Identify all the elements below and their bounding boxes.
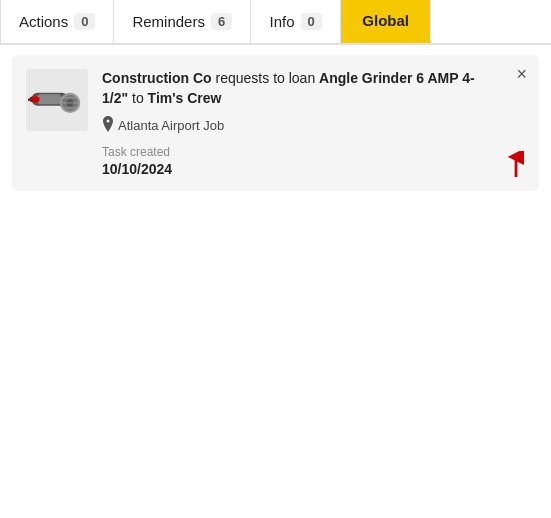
notification-card: Construction Co requests to loan Angle G… (12, 55, 539, 191)
tabs-bar: Actions 0 Reminders 6 Info 0 Global (0, 0, 551, 45)
card-body: Construction Co requests to loan Angle G… (102, 69, 499, 177)
tab-info-label: Info (270, 13, 295, 30)
title-crew: Tim's Crew (148, 90, 222, 106)
svg-rect-1 (37, 94, 62, 104)
tab-info[interactable]: Info 0 (251, 0, 341, 43)
tab-actions-label: Actions (19, 13, 68, 30)
tab-reminders[interactable]: Reminders 6 (114, 0, 251, 43)
tab-reminders-label: Reminders (132, 13, 205, 30)
arrow-up-button[interactable] (505, 151, 527, 181)
task-created-date: 10/10/2024 (102, 161, 499, 177)
title-to: to (128, 90, 147, 106)
tab-actions-badge: 0 (74, 13, 95, 30)
tab-info-badge: 0 (301, 13, 322, 30)
task-created-label: Task created (102, 145, 499, 159)
tool-svg (28, 76, 86, 124)
content-area: Construction Co requests to loan Angle G… (0, 45, 551, 201)
pin-icon (102, 116, 114, 135)
tab-global[interactable]: Global (341, 0, 431, 43)
close-button[interactable]: × (516, 65, 527, 83)
tab-reminders-badge: 6 (211, 13, 232, 30)
location-row: Atlanta Airport Job (102, 116, 499, 135)
location-text: Atlanta Airport Job (118, 118, 224, 133)
tab-actions[interactable]: Actions 0 (0, 0, 114, 43)
tab-global-label: Global (362, 12, 409, 29)
arrow-up-icon (505, 151, 527, 181)
tool-image (26, 69, 88, 131)
title-prefix: Construction Co (102, 70, 212, 86)
title-middle: requests to loan (212, 70, 319, 86)
card-title: Construction Co requests to loan Angle G… (102, 69, 499, 108)
